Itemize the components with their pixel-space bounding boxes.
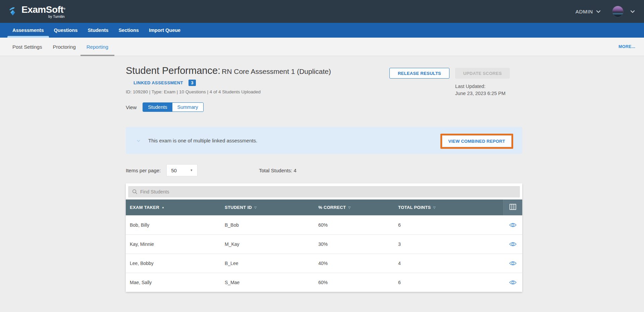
cell-student-id: B_Bob <box>221 222 314 228</box>
view-combined-report-button[interactable]: VIEW COMBINED REPORT <box>442 135 512 147</box>
table-row: Lee, Bobby B_Lee 40% 4 <box>126 254 522 273</box>
search-wrap <box>126 183 522 199</box>
view-student-report-button[interactable] <box>503 261 522 266</box>
cell-total-points: 6 <box>394 280 503 285</box>
cell-percent-correct: 40% <box>314 261 394 266</box>
subnav-item-post-settings[interactable]: Post Settings <box>12 38 42 56</box>
page-title: Student Performance: <box>126 64 220 77</box>
subnav-item-reporting[interactable]: Reporting <box>87 38 108 56</box>
cell-total-points: 6 <box>394 222 503 228</box>
cell-total-points: 3 <box>394 241 503 247</box>
view-student-report-button[interactable] <box>503 222 522 228</box>
linked-assessment-count-badge[interactable]: 3 <box>189 80 196 86</box>
examsoft-check-icon <box>9 7 19 18</box>
last-updated: Last Updated: June 23, 2023 6:25 PM <box>455 83 510 97</box>
nav-item-sections[interactable]: Sections <box>118 23 139 38</box>
column-settings-button[interactable] <box>503 199 522 215</box>
highlight-annotation: VIEW COMBINED REPORT <box>440 134 513 149</box>
logo-text: ExamSoft® by Turnitin <box>21 5 65 18</box>
update-scores-button[interactable]: UPDATE SCORES <box>455 68 510 79</box>
admin-menu-label[interactable]: ADMIN <box>576 9 593 14</box>
last-updated-value: June 23, 2023 6:25 PM <box>455 90 510 97</box>
items-per-page-label: Items per page: <box>126 168 161 173</box>
view-toggle-row: View Students Summary <box>126 102 522 112</box>
examsoft-app-window: ExamSoft® by Turnitin ADMIN Assessments … <box>0 0 644 312</box>
nav-item-label: Import Queue <box>149 28 180 33</box>
column-label: STUDENT ID <box>225 205 252 210</box>
cell-student-id: B_Lee <box>221 261 314 266</box>
students-table-card: EXAM TAKER ▲ STUDENT ID ▽ % CORRECT ▽ TO… <box>126 183 522 292</box>
cell-exam-taker: Lee, Bobby <box>126 261 221 266</box>
admin-chevron-down-icon[interactable] <box>596 8 601 14</box>
subnav-item-label: Proctoring <box>53 44 75 50</box>
cell-percent-correct: 60% <box>314 280 394 285</box>
column-label: % CORRECT <box>318 205 346 210</box>
cell-exam-taker: Mae, Sally <box>126 280 221 285</box>
cell-total-points: 4 <box>394 261 503 266</box>
view-student-report-button[interactable] <box>503 241 522 247</box>
cell-exam-taker: Bob, Billy <box>126 222 221 228</box>
sub-nav: Post Settings Proctoring Reporting MORE.… <box>0 38 644 56</box>
sort-icon: ▽ <box>433 206 436 209</box>
sort-asc-icon: ▲ <box>162 206 164 209</box>
assessment-name: RN Core Assessment 1 (Duplicate) <box>222 68 331 76</box>
logo-wordmark: ExamSoft® <box>21 5 65 15</box>
nav-item-label: Assessments <box>12 28 44 33</box>
examsoft-logo[interactable]: ExamSoft® by Turnitin <box>9 5 65 18</box>
nav-item-label: Questions <box>54 28 78 33</box>
banner-message: This exam is one of multiple linked asse… <box>148 138 257 143</box>
update-scores-column: UPDATE SCORES Last Updated: June 23, 202… <box>455 68 510 97</box>
search-icon <box>132 189 138 194</box>
nav-item-questions[interactable]: Questions <box>54 23 78 38</box>
cell-percent-correct: 60% <box>314 222 394 228</box>
subnav-item-label: Post Settings <box>12 44 42 50</box>
sort-icon: ▽ <box>348 206 351 209</box>
cell-percent-correct: 30% <box>314 241 394 247</box>
view-student-report-button[interactable] <box>503 280 522 285</box>
view-label: View <box>126 104 137 110</box>
table-row: Bob, Billy B_Bob 60% 6 <box>126 215 522 234</box>
cell-student-id: M_Kay <box>221 241 314 247</box>
last-updated-label: Last Updated: <box>455 83 510 90</box>
view-tab-students[interactable]: Students <box>143 103 172 112</box>
logo-tagline: by Turnitin <box>48 14 64 18</box>
nav-item-label: Students <box>88 28 108 33</box>
column-header-exam-taker[interactable]: EXAM TAKER ▲ <box>126 205 221 210</box>
search-field[interactable] <box>128 186 520 197</box>
nav-item-assessments[interactable]: Assessments <box>12 23 44 38</box>
release-results-button[interactable]: RELEASE RESULTS <box>389 68 449 79</box>
banner-tick-icon <box>137 139 140 142</box>
table-row: Kay, Minnie M_Kay 30% 3 <box>126 234 522 254</box>
linked-assessment-label[interactable]: LINKED ASSESSMENT <box>133 80 183 85</box>
subnav-item-label: Reporting <box>87 44 108 50</box>
cell-exam-taker: Kay, Minnie <box>126 241 221 247</box>
items-per-page-value: 50 <box>171 168 177 173</box>
columns-icon <box>509 204 516 211</box>
items-per-page-select[interactable]: 50 ▼ <box>166 164 198 176</box>
total-students: Total Students: 4 <box>259 168 297 173</box>
column-label: EXAM TAKER <box>130 205 159 210</box>
select-caret-icon: ▼ <box>190 169 193 172</box>
main-nav: Assessments Questions Students Sections … <box>0 23 644 38</box>
more-link[interactable]: MORE... <box>619 44 635 49</box>
cell-student-id: S_Mae <box>221 280 314 285</box>
view-segmented-control: Students Summary <box>143 102 203 112</box>
subnav-item-proctoring[interactable]: Proctoring <box>53 38 75 56</box>
header-actions: RELEASE RESULTS UPDATE SCORES Last Updat… <box>389 68 510 97</box>
user-avatar[interactable] <box>612 6 624 17</box>
main-content: Student Performance: RN Core Assessment … <box>126 56 522 292</box>
nav-item-import-queue[interactable]: Import Queue <box>149 23 180 38</box>
nav-item-label: Sections <box>118 28 139 33</box>
sort-icon: ▽ <box>254 206 257 209</box>
table-controls-row: Items per page: 50 ▼ Total Students: 4 <box>126 164 522 176</box>
view-tab-summary[interactable]: Summary <box>172 103 203 112</box>
user-menu-chevron-down-icon[interactable] <box>630 8 635 14</box>
nav-item-students[interactable]: Students <box>88 23 108 38</box>
top-bar: ExamSoft® by Turnitin ADMIN <box>0 0 644 23</box>
table-header-row: EXAM TAKER ▲ STUDENT ID ▽ % CORRECT ▽ TO… <box>126 199 522 215</box>
find-students-input[interactable] <box>140 189 520 194</box>
column-header-student-id[interactable]: STUDENT ID ▽ <box>221 205 314 210</box>
top-bar-right: ADMIN <box>576 6 635 17</box>
column-header-total-points[interactable]: TOTAL POINTS ▽ <box>394 205 503 210</box>
column-header-percent-correct[interactable]: % CORRECT ▽ <box>314 205 394 210</box>
